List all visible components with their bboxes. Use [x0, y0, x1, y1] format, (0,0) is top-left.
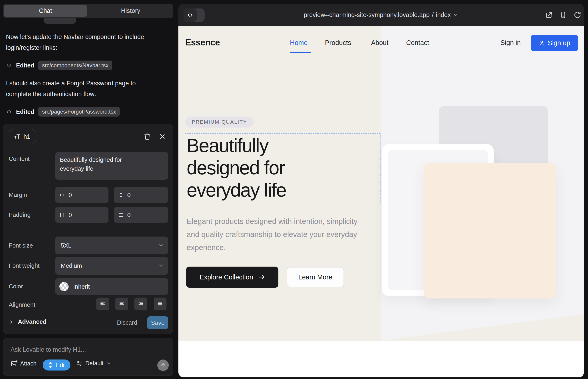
mode-label: Default — [85, 360, 103, 367]
element-tag-name: h1 — [23, 133, 30, 141]
margin-x-input[interactable]: 0 — [55, 187, 108, 203]
edited-file-chip[interactable]: src/components/Navbar.tsx — [38, 61, 112, 70]
advanced-label: Advanced — [18, 318, 46, 325]
delete-element-button[interactable] — [142, 131, 152, 142]
close-panel-button[interactable] — [157, 131, 167, 142]
padding-vertical-icon — [118, 212, 124, 218]
margin-y-value: 0 — [127, 191, 130, 199]
user-icon — [539, 40, 545, 46]
prompt-placeholder: Ask Lovable to modify H1... — [11, 346, 86, 353]
explore-collection-button[interactable]: Explore Collection — [186, 267, 279, 288]
align-center-icon — [119, 301, 125, 307]
tab-history[interactable]: History — [89, 5, 172, 17]
code-toggle-knob[interactable] — [184, 8, 197, 22]
prompt-box[interactable]: Ask Lovable to modify H1... Attach Edit … — [3, 338, 173, 376]
edit-mode-label: Edit — [56, 362, 66, 368]
chevron-down-icon — [158, 242, 164, 249]
content-label: Content — [9, 155, 30, 162]
site-section-below-hero — [178, 341, 584, 377]
tab-chat-label: Chat — [39, 7, 52, 15]
font-size-select[interactable]: 5XL — [55, 237, 168, 254]
chevron-down-icon[interactable] — [453, 12, 458, 18]
code-icon — [187, 12, 193, 18]
padding-horizontal-icon — [59, 212, 65, 218]
font-weight-value: Medium — [61, 262, 82, 269]
edited-label: Edited — [16, 108, 34, 115]
tab-chat[interactable]: Chat — [4, 5, 87, 17]
smartphone-icon — [559, 11, 567, 19]
hero-paragraph: Elegant products designed with intention… — [187, 215, 361, 254]
font-size-label: Font size — [9, 242, 33, 249]
advanced-toggle[interactable]: Advanced — [9, 318, 46, 325]
edited-file-chip[interactable]: src/pages/ForgotPassword.tsx — [38, 107, 120, 117]
content-input[interactable]: Beautifully designed for everyday life — [55, 152, 168, 180]
browser-bar: preview--charming-site-symphony.lovable.… — [178, 4, 584, 26]
font-weight-label: Font weight — [9, 262, 39, 269]
discard-button[interactable]: Discard — [117, 319, 137, 326]
explore-collection-label: Explore Collection — [200, 273, 253, 281]
site-logo[interactable]: Essence — [185, 38, 220, 47]
color-swatch-icon — [59, 282, 69, 291]
color-label: Color — [9, 283, 23, 290]
preview-page[interactable]: index — [436, 12, 451, 19]
chevron-down-icon — [158, 263, 164, 269]
sliders-icon — [76, 360, 83, 367]
nav-link-contact[interactable]: Contact — [406, 39, 429, 47]
attach-label: Attach — [20, 360, 36, 367]
decorative-card-cream — [424, 163, 556, 299]
preview-url[interactable]: preview--charming-site-symphony.lovable.… — [304, 12, 430, 19]
scrolled-chip: ·· — [44, 18, 76, 24]
close-icon — [159, 133, 166, 140]
edit-mode-button[interactable]: Edit — [43, 360, 70, 371]
site-hero-section: Essence Home Products About Contact Sign… — [178, 26, 584, 341]
nav-link-about[interactable]: About — [371, 39, 388, 47]
edited-file-row[interactable]: Edited src/pages/ForgotPassword.tsx — [6, 107, 120, 117]
padding-x-value: 0 — [69, 211, 72, 219]
padding-x-input[interactable]: 0 — [55, 207, 108, 223]
padding-y-input[interactable]: 0 — [114, 207, 168, 223]
hero-badge: PREMIUM QUALITY — [185, 117, 254, 127]
learn-more-label: Learn More — [298, 273, 332, 281]
sidebar-tabs: Chat History — [3, 4, 173, 18]
refresh-button[interactable] — [574, 11, 581, 19]
chevron-down-icon — [106, 361, 111, 366]
preview-window: preview--charming-site-symphony.lovable.… — [178, 4, 584, 377]
align-left-button[interactable] — [96, 298, 109, 310]
edited-file-row[interactable]: Edited src/components/Navbar.tsx — [6, 60, 112, 71]
send-button[interactable] — [157, 360, 169, 371]
chevron-right-icon — [9, 319, 14, 325]
align-right-icon — [138, 301, 144, 307]
align-center-button[interactable] — [115, 298, 128, 310]
sign-up-button[interactable]: Sign up — [531, 35, 578, 51]
margin-y-input[interactable]: 0 — [114, 187, 168, 203]
nav-link-products[interactable]: Products — [325, 39, 351, 47]
edited-label: Edited — [16, 62, 34, 69]
element-selection-outline[interactable] — [185, 133, 380, 203]
open-in-new-tab-button[interactable] — [545, 11, 553, 19]
tab-history-label: History — [121, 7, 140, 15]
mode-selector[interactable]: Default — [76, 360, 111, 367]
margin-label: Margin — [9, 191, 27, 198]
element-tag-pill[interactable]: тT h1 — [9, 129, 36, 144]
margin-horizontal-icon — [59, 192, 65, 198]
code-icon — [6, 63, 12, 68]
align-right-button[interactable] — [134, 298, 147, 310]
font-size-value: 5XL — [61, 242, 71, 249]
learn-more-button[interactable]: Learn More — [287, 267, 344, 287]
alignment-label: Alignment — [9, 301, 35, 308]
mobile-preview-button[interactable] — [559, 11, 567, 19]
padding-label: Padding — [9, 211, 31, 218]
sign-in-link[interactable]: Sign in — [500, 39, 521, 47]
arrow-right-icon — [258, 274, 265, 281]
arrow-up-icon — [160, 362, 166, 368]
color-select[interactable]: Inherit — [55, 278, 168, 295]
font-weight-select[interactable]: Medium — [55, 257, 168, 275]
save-button[interactable]: Save — [147, 316, 168, 329]
padding-y-value: 0 — [127, 211, 130, 219]
typography-icon: тT — [15, 133, 20, 141]
attach-button[interactable]: Attach — [11, 360, 36, 367]
align-justify-button[interactable] — [154, 298, 167, 310]
code-view-toggle[interactable] — [184, 8, 204, 22]
nav-link-home[interactable]: Home — [290, 39, 308, 47]
url-separator: / — [432, 12, 434, 19]
